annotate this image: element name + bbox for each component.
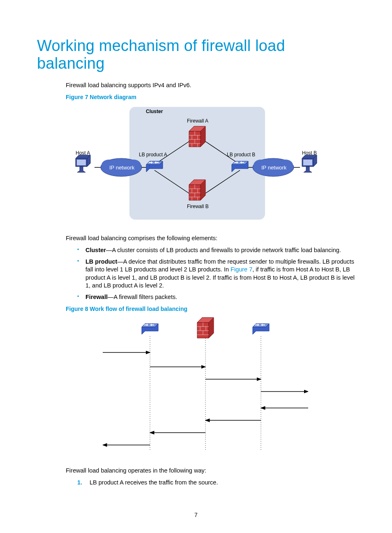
page: Working mechanism of firewall load balan… [0,0,392,533]
term-firewall: Firewall [85,294,108,300]
svg-rect-34 [303,160,312,165]
ip-network-left: IP network [101,158,142,176]
elements-intro: Firewall load balancing comprises the fo… [37,234,355,243]
figure-7: Cluster Host A IP network [66,104,355,223]
page-title: Working mechanism of firewall load balan… [37,37,355,72]
figure-7-caption: Figure 7 Network diagram [66,94,355,100]
desc-firewall: —A firewall filters packets. [108,294,177,300]
figure-7-link[interactable]: Figure 7 [231,266,252,273]
term-lb-product: LB product [85,258,117,265]
cluster-label: Cluster [146,109,163,114]
ip-network-right: IP network [253,158,294,176]
firewall-b-label: Firewall B [187,204,209,209]
svg-rect-7 [77,160,86,165]
desc-cluster: —A cluster consists of LB products and f… [106,247,341,253]
steps-list: LB product A receives the traffic from t… [37,479,355,487]
list-item: LB product—A device that distributes tra… [77,258,355,290]
host-a-icon [76,155,90,172]
svg-text:IP network: IP network [261,165,287,171]
svg-text:IP network: IP network [109,165,135,171]
intro-text: Firewall load balancing supports IPv4 an… [37,81,355,90]
host-b-label: Host B [302,150,317,156]
list-item: Firewall—A firewall filters packets. [77,293,355,301]
host-a-label: Host A [76,150,90,156]
step-1: LB product A receives the traffic from t… [77,479,355,487]
lb-right-icon [253,324,269,334]
figure-8 [103,315,355,455]
page-number: 7 [0,512,392,518]
term-cluster: Cluster [85,247,106,253]
host-b-icon [302,155,317,172]
firewall-b-icon [189,180,205,200]
lb-a-label: LB product A [139,152,167,158]
list-item: Cluster—A cluster consists of LB product… [77,246,355,255]
lb-b-label: LB product B [227,152,255,158]
firewall-icon [197,317,214,338]
firewall-a-label: Firewall A [187,118,208,124]
firewall-a-icon [189,126,205,147]
operates-intro: Firewall load balancing operates in the … [37,467,355,475]
elements-list: Cluster—A cluster consists of LB product… [37,246,355,301]
figure-8-caption: Figure 8 Work flow of firewall load bala… [66,306,355,312]
lb-left-icon [142,324,158,334]
